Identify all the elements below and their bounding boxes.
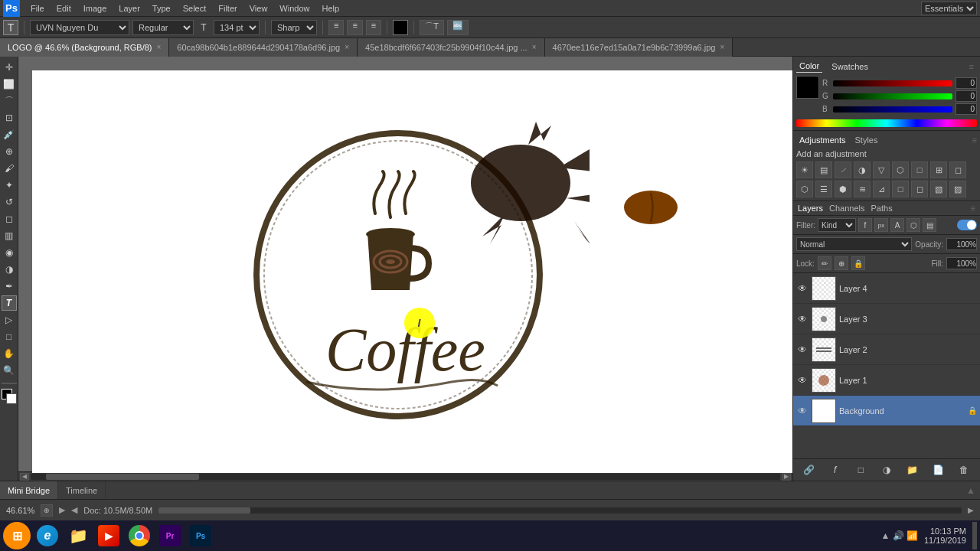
link-layers-btn[interactable]: 🔗	[802, 462, 817, 478]
menu-window[interactable]: Window	[273, 2, 315, 15]
tab-logo[interactable]: LOGO @ 46.6% (Background, RGB/8) ×	[0, 38, 169, 57]
status-right-arrow[interactable]: ▶	[968, 506, 974, 514]
crop-tool[interactable]: ⊡	[2, 110, 17, 126]
mini-bridge-tab[interactable]: Mini Bridge	[0, 481, 58, 500]
dodge-tool[interactable]: ◑	[2, 262, 17, 277]
premiere-taskbar-icon[interactable]: Pr	[156, 522, 184, 549]
heal-tool[interactable]: ⊕	[2, 144, 17, 159]
tab-img3-close[interactable]: ×	[720, 43, 724, 51]
photo-filter-btn[interactable]: ◻	[949, 161, 966, 178]
gradient-map-btn[interactable]: □	[892, 181, 909, 197]
menu-select[interactable]: Select	[177, 2, 213, 15]
color-panel-menu[interactable]: ≡	[966, 60, 977, 73]
windows-start-button[interactable]: ⊞	[3, 522, 31, 549]
ie-taskbar-icon[interactable]: e	[34, 522, 61, 549]
layer-style-btn[interactable]: f	[828, 462, 843, 478]
move-tool[interactable]: ✛	[2, 60, 17, 75]
green-value[interactable]	[956, 90, 977, 102]
scroll-track-h[interactable]	[31, 474, 780, 480]
vibrance-btn[interactable]: ▽	[873, 161, 890, 178]
canvas[interactable]: Coffee	[32, 70, 792, 473]
brightness-contrast-btn[interactable]: ☀	[796, 161, 813, 178]
photoshop-taskbar-icon[interactable]: Ps	[187, 522, 214, 549]
lasso-tool[interactable]: ⌒	[2, 93, 17, 109]
gradient-tool[interactable]: ▥	[2, 228, 17, 243]
status-scroll-thumb[interactable]	[158, 507, 250, 514]
text-tool-icon[interactable]: T	[3, 20, 18, 35]
filter-icon-adj[interactable]: ▤	[923, 218, 936, 232]
color-balance-btn[interactable]: □	[911, 161, 928, 178]
status-back-btn[interactable]: ◀	[71, 505, 77, 515]
canvas-area[interactable]: Coffee	[18, 57, 792, 481]
chrome-taskbar-icon[interactable]	[126, 522, 153, 549]
menu-layer[interactable]: Layer	[113, 2, 146, 15]
history-tool[interactable]: ↺	[2, 194, 17, 210]
adjustments-tab[interactable]: Adjustments	[796, 134, 849, 146]
fill-input[interactable]	[946, 257, 977, 269]
layer-item-background[interactable]: 👁 Background 🔒	[793, 396, 980, 426]
new-group-btn[interactable]: 📁	[905, 462, 920, 478]
tab-img2[interactable]: 45e18bcdf6f667403fc25b9904f10c44.jpg ...…	[358, 38, 544, 57]
zoom-options-btn[interactable]: ⊕	[41, 504, 53, 517]
layer-item-3[interactable]: 👁 Layer 3	[793, 304, 980, 334]
menu-type[interactable]: Type	[146, 2, 177, 15]
menu-image[interactable]: Image	[77, 2, 113, 15]
layer-4-visibility[interactable]: 👁	[796, 282, 808, 295]
filter-toggle[interactable]	[957, 220, 977, 230]
layer-2-visibility[interactable]: 👁	[796, 344, 808, 356]
eraser-tool[interactable]: ◻	[2, 211, 17, 227]
swatches-tab[interactable]: Swatches	[828, 60, 871, 73]
blur-tool[interactable]: ◉	[2, 245, 17, 260]
red-value[interactable]	[956, 77, 977, 89]
text-tool[interactable]: T	[2, 295, 17, 311]
green-slider[interactable]	[833, 93, 952, 99]
font-style-select[interactable]: Regular	[132, 20, 194, 35]
menu-help[interactable]: Help	[315, 2, 345, 15]
brush-tool[interactable]: 🖌	[2, 161, 17, 176]
status-scroll-track[interactable]	[158, 507, 962, 514]
curves-btn[interactable]: ⟋	[835, 161, 851, 178]
tab-img3[interactable]: 4670ee116e7ed15a0a71e9b6c73999a6.jpg ×	[545, 38, 733, 57]
show-desktop-btn[interactable]	[972, 522, 977, 549]
menu-file[interactable]: File	[24, 2, 51, 15]
blue-value[interactable]	[956, 103, 977, 115]
tab-img1[interactable]: 60ca98b604b1e889644d2904178a6d96.jpg ×	[169, 38, 358, 57]
color-lookup-btn[interactable]: ☰	[815, 181, 832, 197]
filter-icon-shape[interactable]: ⬡	[906, 218, 920, 232]
opacity-input[interactable]	[946, 238, 977, 250]
shape-tool[interactable]: □	[2, 329, 17, 344]
align-right-btn[interactable]: ≡	[366, 20, 381, 35]
foreground-color[interactable]	[796, 76, 819, 99]
workspace-selector[interactable]: Essentials	[921, 2, 977, 15]
pen-tool[interactable]: ✒	[2, 279, 17, 294]
text-color-swatch[interactable]	[393, 20, 408, 35]
font-family-select[interactable]: UVN Nguyen Du	[30, 20, 129, 35]
new-layer-btn[interactable]: 📄	[930, 462, 946, 478]
timeline-tab[interactable]: Timeline	[58, 481, 106, 500]
adj-extra1[interactable]: ▧	[930, 181, 947, 197]
tab-img2-close[interactable]: ×	[532, 43, 537, 51]
filter-icon-f[interactable]: f	[858, 218, 872, 232]
adjustment-layer-btn[interactable]: ◑	[879, 462, 894, 478]
hand-tool[interactable]: ✋	[2, 346, 17, 361]
bw-btn[interactable]: ⊞	[930, 161, 947, 178]
filter-icon-a[interactable]: A	[890, 218, 904, 232]
menu-edit[interactable]: Edit	[51, 2, 77, 15]
tab-logo-close[interactable]: ×	[156, 43, 161, 51]
tab-img1-close[interactable]: ×	[345, 43, 349, 51]
lock-all-btn[interactable]: 🔒	[851, 256, 865, 270]
invert-btn[interactable]: ⬢	[835, 181, 851, 197]
menu-filter[interactable]: Filter	[212, 2, 243, 15]
scroll-thumb-h[interactable]	[46, 474, 199, 480]
filter-icon-px[interactable]: px	[874, 218, 888, 232]
layer-item-2[interactable]: 👁 Layer 2	[793, 334, 980, 365]
delete-layer-btn[interactable]: 🗑	[956, 462, 972, 478]
color-tab[interactable]: Color	[796, 60, 822, 73]
selective-color-btn[interactable]: ◻	[911, 181, 928, 197]
styles-tab[interactable]: Styles	[852, 134, 881, 146]
hsl-btn[interactable]: ⬡	[892, 161, 909, 178]
channel-mixer-btn[interactable]: ⬡	[796, 181, 813, 197]
filter-kind-select[interactable]: Kind	[818, 218, 856, 232]
layer-1-visibility[interactable]: 👁	[796, 374, 808, 386]
font-size-select[interactable]: 134 pt	[214, 20, 260, 35]
